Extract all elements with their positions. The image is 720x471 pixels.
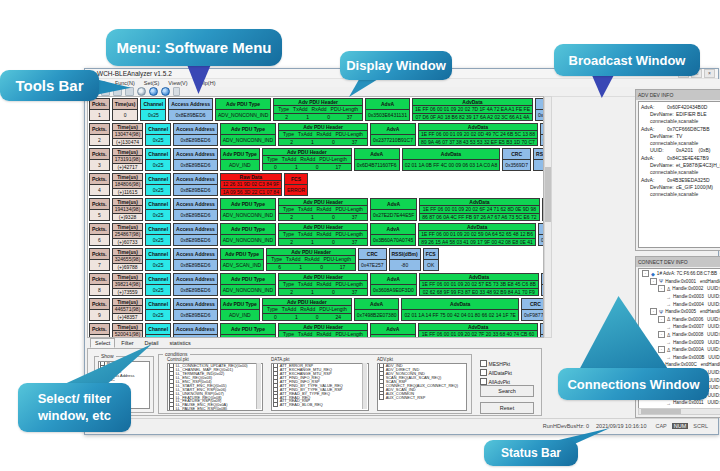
filter-item[interactable]: AUX_CONNECT_RSP <box>378 395 466 399</box>
packet-cell: Adv PDU HeaderTypeTxAddRxAddPDU-Length01… <box>262 148 352 171</box>
device-icon: ◆ <box>651 271 655 277</box>
close-button[interactable]: × <box>704 69 715 78</box>
scrollbar-thumb[interactable] <box>545 167 551 222</box>
reset-button[interactable]: Reset <box>480 402 534 414</box>
checkbox-icon[interactable] <box>480 360 487 367</box>
connectable-flags: connectable,scanable <box>641 118 720 125</box>
packet-cell: RSSI(dBm)-76 <box>533 148 544 171</box>
checkbox-icon[interactable] <box>169 406 174 411</box>
tree-node[interactable]: -ΔHandle:0x0008 UUID:0x2803 GATT Charact… <box>640 331 720 339</box>
packet-cell: Channel0x25 <box>145 148 171 171</box>
tree-node[interactable]: →Handle:0x0004 UUID:0x2902 Client Charac… <box>640 300 720 308</box>
devname-label: DevName: <box>650 184 676 191</box>
packet-row[interactable]: Pckts.8Time(us)398214(98)(+)73559Channel… <box>89 273 543 296</box>
tab-statistics[interactable]: statistics <box>165 338 196 348</box>
gear-icon[interactable] <box>137 87 146 96</box>
search-button[interactable]: Search <box>480 385 534 397</box>
filter-checkbox-meshpkt[interactable]: MESHPkt <box>480 359 512 368</box>
expander-icon[interactable]: - <box>658 316 665 323</box>
packet-cell: Access Address0x8E89BED6 <box>173 323 218 338</box>
broadcast-entry[interactable]: AdvA:0x84C3E4E4E7B9DevName:et_E9878(E4C3… <box>641 155 720 176</box>
connections-title: CONNECT DEV INFO <box>638 259 688 265</box>
expander-icon[interactable]: - <box>658 331 665 338</box>
filter-item[interactable]: LL_PAUSE_ENC_RSP(0x0B) <box>168 407 262 411</box>
tree-node[interactable]: →Handle:0x0003 UUID:0x2A05 Service Chang… <box>640 293 720 301</box>
filter-checkbox-alldatapkt[interactable]: AllDataPkt <box>480 368 512 377</box>
packet-cell: RSSI(dBm)-80 <box>389 248 421 271</box>
expander-icon[interactable]: - <box>642 270 649 277</box>
tab-select[interactable]: Select <box>90 338 115 348</box>
attribute-value-icon: → <box>666 294 671 300</box>
checkbox-icon[interactable] <box>273 402 278 407</box>
status-flag-num: NUM <box>672 423 689 429</box>
expander-icon[interactable]: - <box>658 346 665 353</box>
callout-status-bar: Status Bar <box>484 440 578 466</box>
tab-filter[interactable]: Filter <box>116 338 138 348</box>
packet-row[interactable]: Pckts.5Time(us)194134(98)(+)9328Channel0… <box>89 198 543 221</box>
checkbox-icon[interactable] <box>480 378 487 385</box>
menu-item-sets[interactable]: Set(S) <box>144 80 160 86</box>
tree-node[interactable]: -◆1# AdvA: 7C:F6:66:D8:C7:BB <--> InitA:… <box>640 270 720 278</box>
packet-cell: AdvData1E FF 06 00 01 09 20 02 59 0A 64 … <box>418 223 536 246</box>
characteristic-icon: Δ <box>667 316 670 322</box>
edit-icon[interactable] <box>173 87 180 96</box>
broadcast-title: ADV DEV INFO <box>638 92 673 98</box>
packet-row[interactable]: Pckts.4Time(us)184806(98)(+)11615Channel… <box>89 173 543 196</box>
packet-cell: Pckts.4 <box>89 173 110 196</box>
tree-node[interactable]: →Handle:0x0007 UUID:0x2A00 Device Name <box>640 323 720 331</box>
tab-detail[interactable]: Detail <box>140 338 164 348</box>
packet-cell: Adv PDU TypeADV_IND <box>220 148 260 171</box>
checkbox-icon[interactable] <box>379 394 384 399</box>
packet-row[interactable]: Pckts.1Time(us)0Channel0x25Access Addres… <box>89 98 543 121</box>
broadcast-entry[interactable]: AdvA:0x60F420434B0DDevName:EDIFIER BLEco… <box>641 104 720 125</box>
tree-node[interactable]: -ΨHandle:0x0005 endHandle:0x000B UUID:0x… <box>640 308 720 316</box>
menu-bar: File(F)Func(N)Set(S)View(V)Help(H) <box>85 79 720 87</box>
packet-row[interactable]: Pckts.3Time(us)173191(98)(+)42717Channel… <box>89 148 543 171</box>
packet-cell: Pckts.9 <box>89 298 110 321</box>
callout-connections-window: Connections Window <box>558 368 709 400</box>
packet-cell: Access Address0x8E89BED6 <box>173 173 218 196</box>
status-bar: RunHDevBusHz: 0 2021/09/19 10:16:10 CAPN… <box>85 418 718 433</box>
connectable-flags: connectable,scanable <box>641 140 720 147</box>
menu-item-viewv[interactable]: View(V) <box>168 80 187 86</box>
packet-row[interactable]: Pckts.6Time(us)254867(98)(+)60733Channel… <box>89 223 543 246</box>
control-list-scrollbar[interactable] <box>256 363 261 409</box>
expander-icon[interactable]: - <box>650 308 657 315</box>
tree-node[interactable]: -ΔHandle:0x0002 UUID:0x2803 GATT Charact… <box>640 285 720 293</box>
screen: WCH-BLEAnalyzer v1.5.2 – □ × File(F)Func… <box>0 0 720 471</box>
packet-row[interactable]: Pckts.9Time(us)446571(98)(+)48357Channel… <box>89 298 543 321</box>
packet-cell: AdvData1E FF 06 00 01 09 20 02 0D 49 7C … <box>418 123 538 146</box>
packet-cell: AdvA0x27E2D7E44E5F <box>370 198 417 221</box>
packet-cell: Channel0x25 <box>145 223 171 246</box>
checkbox-icon[interactable] <box>480 369 487 376</box>
packet-row[interactable]: Pckts.10Time(us)520041(98)(+)73470Channe… <box>89 323 543 338</box>
tree-node[interactable]: -ΨHandle:0x0001 endHandle:0x0004 UUID:0x… <box>640 278 720 286</box>
filter-item[interactable]: ATT_READ_BLOB_REQ <box>272 403 368 407</box>
expander-icon[interactable]: - <box>650 278 657 285</box>
data-list-scrollbar[interactable] <box>362 363 367 409</box>
scrollbar-thumb[interactable] <box>641 409 681 414</box>
packet-cell: AdvA0x6D4B711607F6 <box>354 148 400 171</box>
connections-hscrollbar[interactable] <box>638 408 720 415</box>
display-vertical-scrollbar[interactable] <box>544 96 552 338</box>
broadcast-entry[interactable]: AdvA:0x4B3E9EDA325DDevName:cE_GIF 1000(M… <box>641 177 720 198</box>
packet-cell: Pckts.1 <box>89 98 110 121</box>
broadcast-entry[interactable]: AdvA:0x7CF666D8C7BBDevName:TVconnectable… <box>641 126 720 154</box>
packet-cell: Pckts.7 <box>89 248 110 271</box>
packet-cell: Channel0x25 <box>145 123 171 146</box>
packet-cell: AdvA0x2A2F632678F2 <box>370 323 416 338</box>
tree-node[interactable]: →Handle:0x0011 UUID:0x2902 Client Charac… <box>640 399 720 407</box>
expander-icon[interactable]: - <box>658 285 665 292</box>
start-icon[interactable] <box>149 87 158 96</box>
packet-cell: Adv PDU HeaderTypeTxAddRxAddPDU-Length21… <box>278 223 368 246</box>
packet-cell: Pckts.6 <box>89 223 110 246</box>
monitor-icon[interactable] <box>161 87 170 96</box>
attribute-value-icon: → <box>666 301 671 307</box>
tree-node[interactable]: -ΔHandle:0x0006 UUID:0x2803 GATT Charact… <box>640 316 720 324</box>
packet-cell: Time(us)173191(98)(+)42717 <box>112 148 144 171</box>
callout-tools-bar: Tools Bar <box>0 70 99 101</box>
packet-row[interactable]: Pckts.2Time(us)130474(98)(+)130474Channe… <box>89 123 543 146</box>
tree-node[interactable]: →Handle:0x0009 UUID:0x2A01 Appearance <box>640 338 720 346</box>
packet-cell: AdvData02 01 1A 0B FF 4C 00 09 06 03 1A … <box>402 148 501 171</box>
packet-row[interactable]: Pckts.7Time(us)324655(98)(+)69788Channel… <box>89 248 543 271</box>
